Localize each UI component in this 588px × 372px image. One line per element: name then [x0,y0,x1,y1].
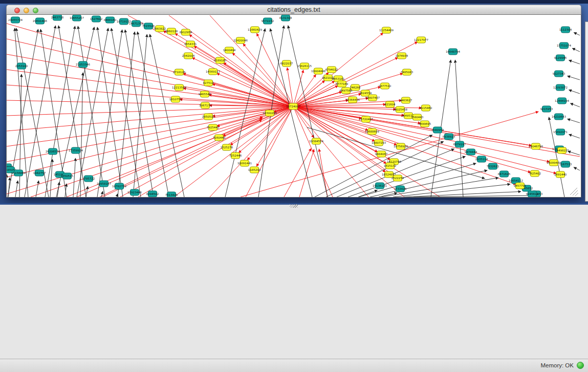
network-node[interactable]: 16782759 [112,183,126,189]
network-node[interactable]: 9129946 [554,55,567,61]
network-node[interactable]: 8294502 [146,191,159,197]
network-node[interactable]: 1640954 [431,127,444,133]
network-node[interactable]: 9465546 [199,91,211,97]
svg-text:16046798: 16046798 [529,145,543,148]
network-node[interactable]: 2463718 [51,15,64,20]
network-node[interactable]: 11660429 [248,27,262,33]
network-node[interactable]: 1974934 [396,53,408,59]
network-node[interactable]: 7580443 [411,114,424,120]
network-node[interactable]: 1527602 [90,16,103,22]
network-node[interactable]: 1525276 [221,144,233,150]
network-node[interactable]: 12923446 [127,189,142,195]
network-node[interactable]: 12093872 [553,84,568,91]
memory-status-indicator[interactable] [577,362,584,369]
network-node[interactable]: 16046798 [529,143,543,149]
network-node[interactable]: 1942757 [33,170,46,176]
resize-grip-icon[interactable] [570,188,577,195]
network-node[interactable]: 15892971 [553,129,568,135]
network-node[interactable]: 16648794 [446,49,460,55]
network-node[interactable]: 10655257 [70,15,84,21]
resize-grip-icon[interactable] [575,193,578,196]
network-node[interactable]: 1167533 [559,161,572,167]
zoom-traffic-light[interactable] [33,8,38,13]
network-node[interactable]: 15626115 [297,63,312,69]
network-node[interactable]: 15751074 [557,42,571,49]
svg-text:7632621: 7632621 [487,165,499,168]
network-node[interactable]: 15720407 [359,116,373,122]
network-node[interactable]: 2522254 [391,175,404,181]
network-node[interactable]: 2053100 [15,63,28,69]
network-node[interactable]: 2935114 [475,156,488,162]
network-node[interactable]: 7632621 [487,163,499,169]
network-node[interactable]: 20691406 [33,18,47,24]
network-node[interactable]: 9457791 [514,183,527,189]
network-node[interactable]: 21053346 [76,61,90,68]
network-node[interactable]: 8466160 [104,17,117,23]
svg-text:10025458: 10025458 [393,108,407,111]
network-node[interactable]: 12213589 [172,84,186,91]
svg-text:1640954: 1640954 [431,128,444,132]
network-node[interactable]: 2850513 [202,114,215,120]
network-node[interactable]: 9572232 [262,18,274,24]
network-node[interactable]: 12444194 [555,98,569,104]
network-node[interactable]: 1112304 [559,27,572,33]
network-node[interactable]: 22420046 [233,37,248,43]
network-node[interactable]: 9860128 [165,28,178,34]
network-edge [574,32,580,35]
network-node[interactable]: 12217977 [414,37,428,43]
network-node[interactable]: 6822037 [280,60,293,67]
network-node[interactable]: 7252446 [229,152,242,159]
network-node[interactable]: 10756928 [394,143,408,149]
network-node[interactable]: 10025458 [393,106,407,113]
panel-splitter-grip[interactable] [290,204,298,208]
network-node[interactable]: 6879197 [453,141,466,147]
network-node[interactable]: 9699695 [419,121,431,127]
network-node[interactable]: 9884067 [375,151,388,157]
network-node[interactable]: 1400494 [223,47,236,53]
network-node[interactable]: 17359924 [69,147,83,154]
network-node[interactable]: 1733426 [394,186,407,192]
network-node[interactable]: 7485083 [401,69,413,75]
network-edge [7,106,293,146]
network-node[interactable]: 11254409 [379,27,394,33]
network-node[interactable]: 1877510 [379,83,391,89]
network-node[interactable]: 7625402 [529,170,541,177]
network-node[interactable]: 9245612 [526,191,539,197]
network-node[interactable]: 1654331 [184,41,197,47]
network-node[interactable]: 3067173 [199,102,212,108]
network-node[interactable]: 19384554 [309,138,323,144]
network-node[interactable]: 1795722 [82,176,95,182]
network-node[interactable]: 20364456 [345,97,360,103]
network-node[interactable]: 16091441 [237,160,252,166]
network-node[interactable]: 8131304 [279,15,292,21]
network-canvas[interactable]: 2405572420691406246371810655257152760284… [6,15,581,198]
network-node[interactable]: 19904448 [311,68,325,74]
network-node[interactable]: 1691440 [554,171,567,178]
network-node[interactable]: 9215953 [540,106,553,112]
close-traffic-light[interactable] [14,8,20,13]
network-node[interactable]: 24055724 [8,17,23,23]
minimize-traffic-light[interactable] [24,8,29,13]
window-titlebar[interactable]: citations_edges.txt [6,5,581,15]
network-node[interactable]: 9227343 [553,71,565,77]
network-node[interactable]: 16210643 [552,114,566,120]
network-node[interactable]: 6794022 [325,67,338,73]
network-node[interactable]: 9474444 [465,149,477,155]
network-node[interactable]: 1615132 [384,163,397,169]
resize-grip-icon[interactable] [573,190,578,195]
network-node[interactable]: 9115460 [420,105,432,111]
network-view-window[interactable]: citations_edges.txt 24055724206914062463… [6,5,581,198]
network-node[interactable]: 7613426 [165,192,178,197]
network-node[interactable]: 9463627 [400,97,412,103]
network-node[interactable]: 8471626 [498,171,511,177]
network-node[interactable]: 427512 [203,80,214,86]
network-edge [86,186,88,197]
network-node[interactable]: 7663822 [154,26,166,32]
network-node[interactable]: 1810755 [169,96,182,102]
network-node[interactable]: 8912954 [180,29,192,35]
network-node[interactable]: 821604 [385,101,396,107]
network-node[interactable]: 8189185 [214,57,227,63]
network-node[interactable]: 7925441 [207,124,220,130]
network-node[interactable]: 2718126 [173,69,186,75]
network-node[interactable]: 14671358 [129,20,143,27]
